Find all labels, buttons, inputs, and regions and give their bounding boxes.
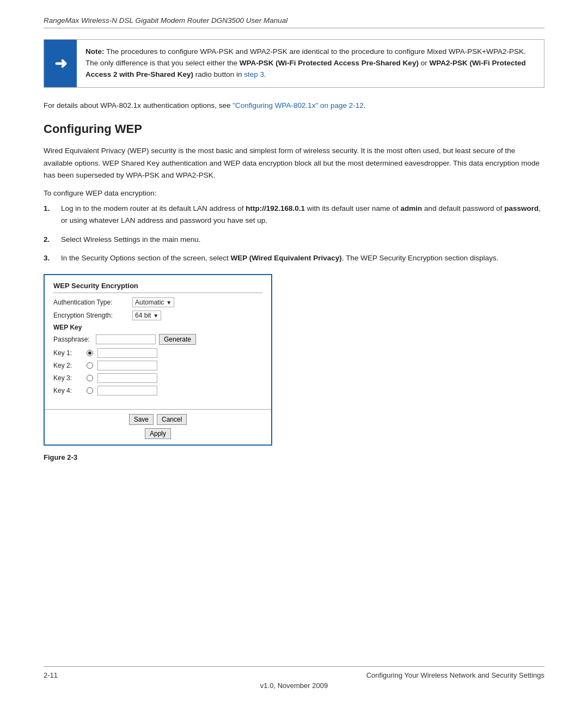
step1-text-before: Log in to the modem router at its defaul…: [61, 204, 246, 212]
enc-strength-select[interactable]: 64 bit ▼: [132, 311, 161, 320]
wep-key-title: WEP Key: [53, 324, 262, 331]
note-icon-col: ➜: [44, 40, 77, 87]
page-container: RangeMax Wireless-N DSL Gigabit Modem Ro…: [0, 0, 588, 516]
generate-button[interactable]: Generate: [159, 334, 196, 345]
auth-type-label: Authentication Type:: [53, 299, 132, 306]
passphrase-row: Passphrase: Generate: [53, 334, 262, 345]
key-2-row: Key 2:: [53, 361, 262, 370]
step-2: 2. Select Wireless Settings in the main …: [44, 234, 544, 246]
save-button[interactable]: Save: [129, 414, 154, 425]
step-1-content: Log in to the modem router at its defaul…: [61, 203, 544, 227]
wep-form: WEP Security Encryption Authentication T…: [45, 275, 271, 405]
passphrase-label: Passphrase:: [53, 336, 93, 343]
key-1-input[interactable]: [97, 348, 157, 358]
figure-label: Figure 2-3: [44, 453, 544, 461]
key-3-row: Key 3:: [53, 373, 262, 383]
footer-row2: v1.0, November 2009: [44, 681, 544, 690]
step-3-content: In the Security Options section of the s…: [61, 252, 544, 264]
step-1: 1. Log in to the modem router at its def…: [44, 203, 544, 227]
note-text3: radio button in: [193, 70, 244, 78]
footer-row1: 2-11 Configuring Your Wireless Network a…: [44, 671, 544, 679]
step-2-num: 2.: [44, 234, 56, 246]
section-heading: Configuring WEP: [44, 122, 544, 136]
body-para1: Wired Equivalent Privacy (WEP) security …: [44, 145, 544, 181]
key-4-radio[interactable]: [87, 387, 93, 394]
auth-type-select[interactable]: Automatic ▼: [132, 297, 174, 307]
footer-version: v1.0, November 2009: [260, 681, 328, 690]
key-4-input[interactable]: [97, 386, 157, 395]
wep-form-title: WEP Security Encryption: [53, 282, 262, 293]
header-title: RangeMax Wireless-N DSL Gigabit Modem Ro…: [44, 16, 287, 25]
wep-screenshot: WEP Security Encryption Authentication T…: [44, 274, 272, 446]
apply-button[interactable]: Apply: [145, 428, 171, 439]
key-3-input[interactable]: [97, 373, 157, 383]
step-3: 3. In the Security Options section of th…: [44, 252, 544, 264]
step-1-num: 1.: [44, 203, 56, 227]
step-2-content: Select Wireless Settings in the main men…: [61, 234, 544, 246]
wep-key-section: WEP Key Passphrase: Generate Key 1: Key …: [53, 324, 262, 395]
enc-strength-arrow: ▼: [153, 313, 158, 319]
auth-type-value: Automatic: [135, 299, 164, 306]
auth-type-row: Authentication Type: Automatic ▼: [53, 297, 262, 307]
step1-password: password: [504, 204, 538, 212]
key-1-label: Key 1:: [53, 349, 83, 357]
step1-admin: admin: [401, 204, 422, 212]
footer: 2-11 Configuring Your Wireless Network a…: [44, 666, 544, 690]
note-content: Note: The procedures to configure WPA-PS…: [77, 40, 544, 87]
note-text2: or: [419, 59, 430, 67]
steps-list: 1. Log in to the modem router at its def…: [44, 203, 544, 264]
step1-text-after2: and default password of: [422, 204, 504, 212]
save-cancel-row: Save Cancel: [45, 409, 271, 425]
note-step3-link[interactable]: step 3: [244, 70, 264, 78]
intro-para: For details about WPA-802.1x authenticat…: [44, 100, 544, 112]
intro-text2: .: [364, 101, 366, 109]
key-4-row: Key 4:: [53, 386, 262, 395]
note-box: ➜ Note: The procedures to configure WPA-…: [44, 39, 544, 88]
intro-text1: For details about WPA-802.1x authenticat…: [44, 101, 232, 109]
cancel-button[interactable]: Cancel: [157, 414, 187, 425]
wpa-link[interactable]: "Configuring WPA-802.1x" on page 2-12: [232, 101, 363, 109]
passphrase-input[interactable]: [96, 334, 156, 344]
step3-bold1: WEP (Wired Equivalent Privacy): [230, 254, 341, 262]
arrow-icon: ➜: [54, 54, 67, 72]
enc-strength-label: Encryption Strength:: [53, 312, 132, 319]
apply-row: Apply: [45, 425, 271, 439]
note-bold1: WPA-PSK (Wi-Fi Protected Access Pre-Shar…: [240, 59, 419, 67]
note-label: Note:: [85, 47, 105, 56]
key-2-radio[interactable]: [87, 362, 93, 369]
key-2-label: Key 2:: [53, 362, 83, 369]
note-text4: .: [264, 70, 266, 78]
footer-right-text: Configuring Your Wireless Network and Se…: [366, 671, 544, 679]
header-line: RangeMax Wireless-N DSL Gigabit Modem Ro…: [44, 16, 544, 28]
key-3-label: Key 3:: [53, 374, 83, 382]
key-1-row: Key 1:: [53, 348, 262, 358]
step3-text-before: In the Security Options section of the s…: [61, 254, 230, 262]
auth-type-arrow: ▼: [166, 300, 171, 306]
key-2-input[interactable]: [97, 361, 157, 370]
enc-strength-value: 64 bit: [135, 312, 151, 319]
key-4-label: Key 4:: [53, 387, 83, 394]
key-1-radio[interactable]: [87, 350, 93, 356]
key-3-radio[interactable]: [87, 375, 93, 381]
step1-url: http://192.168.0.1: [246, 204, 305, 212]
step-3-num: 3.: [44, 252, 56, 264]
footer-page-num: 2-11: [44, 671, 58, 679]
step3-text-after: . The WEP Security Encryption section di…: [342, 254, 499, 262]
steps-intro: To configure WEP data encryption:: [44, 189, 544, 197]
step1-text-after: with its default user name of: [305, 204, 401, 212]
enc-strength-row: Encryption Strength: 64 bit ▼: [53, 311, 262, 320]
